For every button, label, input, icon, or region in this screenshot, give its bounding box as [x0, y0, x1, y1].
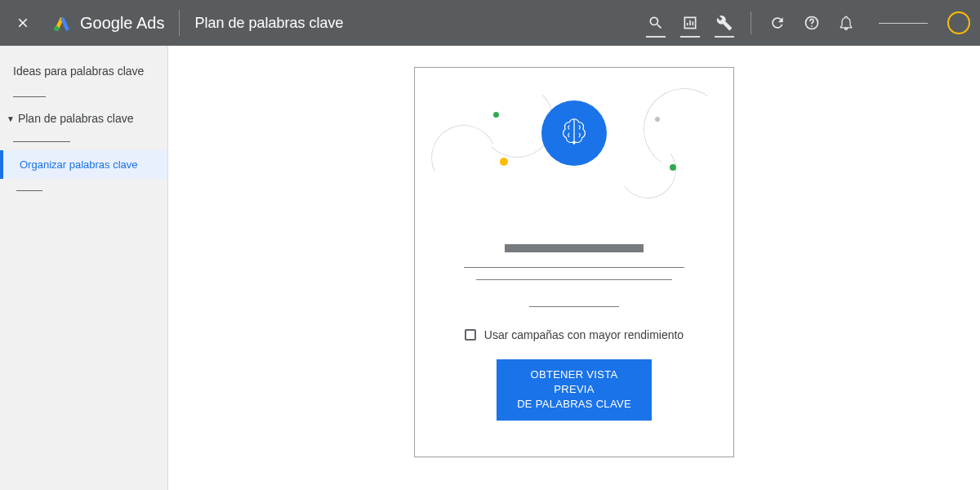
sidebar-item-label: Ideas para palabras clave	[13, 65, 144, 78]
cta-line-1: OBTENER VISTA PREVIA	[510, 368, 639, 397]
help-icon	[804, 15, 820, 31]
refresh-icon	[769, 15, 786, 31]
bar-chart-icon	[682, 15, 698, 31]
checkbox-label: Usar campañas con mayor rendimiento	[484, 328, 684, 341]
sidebar-item-label: Plan de palabras clave	[18, 112, 134, 125]
toolbar-divider	[751, 11, 751, 34]
bell-icon	[838, 15, 854, 31]
placeholder-text-line	[464, 267, 684, 268]
svg-point-0	[54, 26, 59, 31]
illustration	[439, 92, 709, 207]
sidebar-item-keyword-ideas[interactable]: Ideas para palabras clave	[0, 56, 167, 87]
refresh-button[interactable]	[768, 13, 787, 33]
use-top-campaigns-option[interactable]: Usar campañas con mayor rendimiento	[465, 328, 684, 341]
close-button[interactable]	[10, 10, 36, 36]
cta-line-2: DE PALABRAS CLAVE	[510, 397, 639, 412]
placeholder-text-line	[476, 279, 672, 280]
sidebar-separator	[13, 141, 70, 142]
sidebar-item-label: Organizar palabras clave	[20, 158, 138, 171]
sidebar-item-keyword-plan[interactable]: ▼ Plan de palabras clave	[0, 107, 167, 130]
page-title: Plan de palabras clave	[194, 15, 343, 32]
reports-button[interactable]	[680, 13, 700, 33]
google-ads-logo-icon	[52, 13, 72, 33]
product-logo[interactable]: Google Ads	[52, 13, 164, 33]
search-button[interactable]	[646, 13, 666, 33]
placeholder-text-line	[529, 306, 619, 307]
sidebar-separator	[16, 190, 42, 191]
search-icon	[648, 15, 664, 31]
checkbox[interactable]	[465, 329, 476, 341]
close-icon	[16, 16, 30, 30]
header-divider	[179, 10, 180, 36]
sidebar-separator	[13, 96, 46, 97]
sidebar-item-organize-keywords[interactable]: Organizar palabras clave	[0, 150, 167, 179]
wrench-icon	[716, 15, 733, 31]
get-keyword-preview-button[interactable]: OBTENER VISTA PREVIA DE PALABRAS CLAVE	[497, 359, 652, 421]
product-name: Google Ads	[80, 14, 164, 33]
organize-keywords-card: Usar campañas con mayor rendimiento OBTE…	[414, 67, 734, 457]
header-toolbar	[646, 11, 970, 34]
brain-icon	[541, 100, 607, 166]
tools-button[interactable]	[715, 13, 734, 33]
main-content: Usar campañas con mayor rendimiento OBTE…	[168, 46, 980, 490]
app-header: Google Ads Plan de palabras clave	[0, 0, 980, 46]
placeholder-heading-bar	[505, 244, 644, 252]
account-avatar[interactable]	[947, 11, 970, 34]
account-placeholder-line	[879, 23, 928, 24]
sidebar-nav: Ideas para palabras clave ▼ Plan de pala…	[0, 46, 168, 490]
help-button[interactable]	[802, 13, 822, 33]
notifications-button[interactable]	[836, 13, 856, 33]
caret-down-icon: ▼	[7, 114, 15, 123]
